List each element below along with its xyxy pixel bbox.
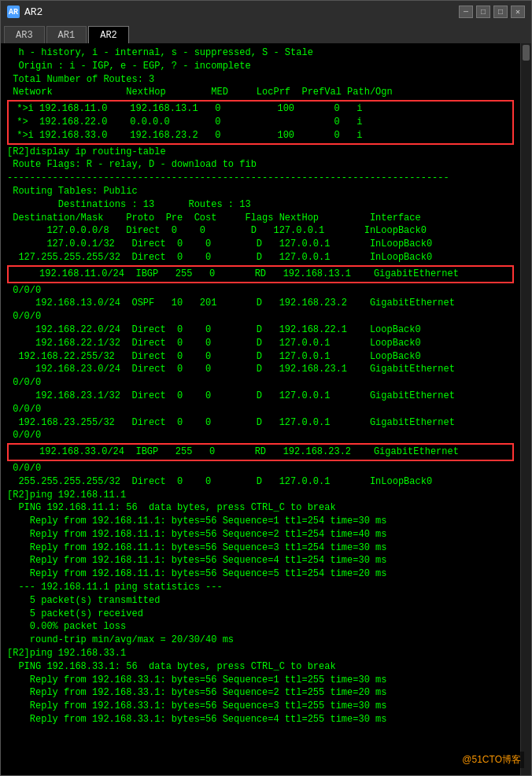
minimize-button[interactable]: ─ bbox=[459, 6, 473, 18]
ibgp-highlight-line: 192.168.11.0/24 IBGP 255 0 RD 192.168.13… bbox=[7, 265, 514, 283]
terminal-line: Total Number of Routes: 3 bbox=[7, 73, 514, 87]
terminal-line: 192.168.22.1/32 Direct 0 0 D 127.0.0.1 L… bbox=[7, 337, 514, 350]
terminal-line: Reply from 192.168.11.1: bytes=56 Sequen… bbox=[7, 515, 514, 528]
main-window: AR AR2 ─ □ □ ✕ AR3 AR1 AR2 h - history, … bbox=[0, 0, 532, 776]
bgp-highlight-block: *>i 192.168.11.0 192.168.13.1 0 100 0 i … bbox=[7, 100, 514, 144]
maximize-button[interactable]: □ bbox=[493, 6, 508, 18]
app-icon: AR bbox=[7, 6, 20, 18]
terminal-line: 192.168.22.0/24 Direct 0 0 D 192.168.22.… bbox=[7, 323, 514, 337]
terminal-line: Reply from 192.168.11.1: bytes=56 Sequen… bbox=[7, 554, 514, 567]
terminal-line: 0/0/0 bbox=[7, 462, 514, 475]
terminal-line: PING 192.168.11.1: 56 data bytes, press … bbox=[7, 501, 514, 515]
terminal-output[interactable]: h - history, i - internal, s - suppresse… bbox=[1, 43, 520, 775]
terminal-line: 192.168.23.0/24 Direct 0 0 D 192.168.23.… bbox=[7, 363, 514, 376]
restore-button[interactable]: □ bbox=[476, 6, 490, 18]
close-button[interactable]: ✕ bbox=[511, 6, 525, 18]
watermark: @51CTO博客 bbox=[459, 752, 524, 768]
terminal-line: Reply from 192.168.11.1: bytes=56 Sequen… bbox=[7, 541, 514, 555]
terminal-line: [R2]display ip routing-table bbox=[7, 146, 514, 159]
scrollbar-thumb[interactable] bbox=[523, 45, 530, 61]
tab-ar1[interactable]: AR1 bbox=[46, 26, 87, 43]
terminal-line: [R2]ping 192.168.11.1 bbox=[7, 489, 514, 502]
terminal-line: 192.168.23.1/32 Direct 0 0 D 127.0.0.1 G… bbox=[7, 390, 514, 403]
terminal-line: Reply from 192.168.11.1: bytes=56 Sequen… bbox=[7, 567, 514, 581]
terminal-line: h - history, i - internal, s - suppresse… bbox=[7, 46, 514, 60]
terminal-line: 5 packet(s) transmitted bbox=[7, 594, 514, 608]
terminal-line: 192.168.33.0/24 IBGP 255 0 RD 192.168.23… bbox=[11, 445, 510, 459]
terminal-line: Destination/Mask Proto Pre Cost Flags Ne… bbox=[7, 212, 514, 225]
terminal-line: *>i 192.168.33.0 192.168.23.2 0 100 0 i bbox=[11, 129, 510, 142]
window-title: AR2 bbox=[24, 6, 42, 18]
terminal-line: Routing Tables: Public bbox=[7, 185, 514, 198]
title-bar: AR AR2 ─ □ □ ✕ bbox=[1, 1, 531, 23]
terminal-line: 0/0/0 bbox=[7, 284, 514, 297]
terminal-line: 192.168.23.255/32 Direct 0 0 D 127.0.0.1… bbox=[7, 416, 514, 430]
terminal-line: ----------------------------------------… bbox=[7, 172, 514, 185]
terminal-line: 127.0.0.1/32 Direct 0 0 D 127.0.0.1 InLo… bbox=[7, 238, 514, 251]
terminal-line: 0/0/0 bbox=[7, 310, 514, 323]
terminal-line: 127.255.255.255/32 Direct 0 0 D 127.0.0.… bbox=[7, 251, 514, 264]
terminal-line: Reply from 192.168.33.1: bytes=56 Sequen… bbox=[7, 674, 514, 687]
terminal-line: --- 192.168.11.1 ping statistics --- bbox=[7, 581, 514, 594]
terminal-line: *>i 192.168.11.0 192.168.13.1 0 100 0 i bbox=[11, 102, 510, 116]
terminal-line: 0.00% packet loss bbox=[7, 620, 514, 634]
terminal-line: PING 192.168.33.1: 56 data bytes, press … bbox=[7, 660, 514, 674]
terminal-line: Reply from 192.168.33.1: bytes=56 Sequen… bbox=[7, 713, 514, 726]
terminal-line: 127.0.0.0/8 Direct 0 0 D 127.0.0.1 InLoo… bbox=[7, 224, 514, 238]
title-bar-left: AR AR2 bbox=[7, 6, 42, 18]
terminal-line: Destinations : 13 Routes : 13 bbox=[7, 198, 514, 212]
terminal-line: [R2]ping 192.168.33.1 bbox=[7, 647, 514, 660]
tabs-bar: AR3 AR1 AR2 bbox=[1, 23, 531, 43]
tab-ar2[interactable]: AR2 bbox=[88, 26, 129, 43]
terminal-line: 0/0/0 bbox=[7, 429, 514, 442]
terminal-line: 255.255.255.255/32 Direct 0 0 D 127.0.0.… bbox=[7, 475, 514, 489]
terminal-line: 192.168.22.255/32 Direct 0 0 D 127.0.0.1… bbox=[7, 350, 514, 364]
terminal-line: Reply from 192.168.33.1: bytes=56 Sequen… bbox=[7, 686, 514, 700]
title-bar-controls[interactable]: ─ □ □ ✕ bbox=[459, 6, 525, 18]
ibgp-highlight-line: 192.168.33.0/24 IBGP 255 0 RD 192.168.23… bbox=[7, 443, 514, 461]
tab-ar3[interactable]: AR3 bbox=[4, 26, 45, 43]
terminal-line: Route Flags: R - relay, D - download to … bbox=[7, 158, 514, 172]
terminal-line: 192.168.11.0/24 IBGP 255 0 RD 192.168.13… bbox=[11, 268, 510, 281]
terminal-line: 192.168.13.0/24 OSPF 10 201 D 192.168.23… bbox=[7, 297, 514, 310]
terminal-line: Network NextHop MED LocPrf PrefVal Path/… bbox=[7, 86, 514, 99]
terminal-line: 5 packet(s) received bbox=[7, 608, 514, 621]
terminal-line: 0/0/0 bbox=[7, 403, 514, 416]
terminal-line: Origin : i - IGP, e - EGP, ? - incomplet… bbox=[7, 60, 514, 73]
terminal-line: 0/0/0 bbox=[7, 376, 514, 390]
terminal-line: Reply from 192.168.33.1: bytes=56 Sequen… bbox=[7, 700, 514, 713]
terminal-line: Reply from 192.168.11.1: bytes=56 Sequen… bbox=[7, 528, 514, 541]
terminal-line: *> 192.168.22.0 0.0.0.0 0 0 i bbox=[11, 116, 510, 129]
terminal-line: round-trip min/avg/max = 20/30/40 ms bbox=[7, 634, 514, 647]
